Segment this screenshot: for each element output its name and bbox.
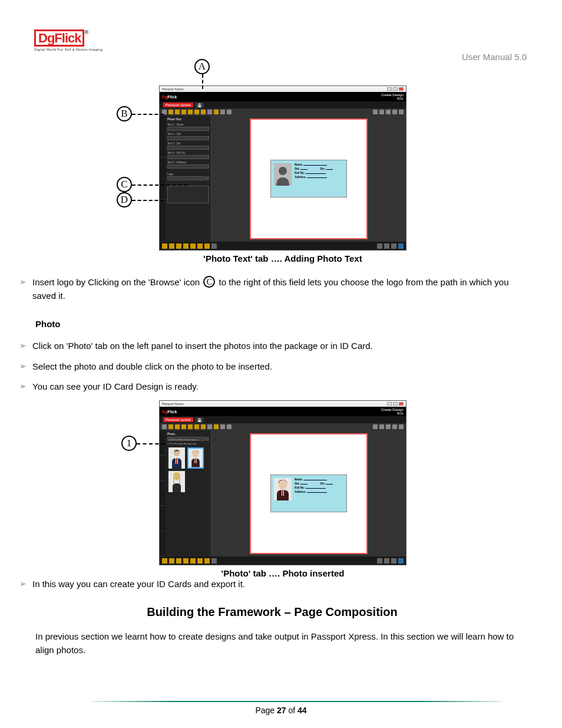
browse-icon[interactable]: [204, 176, 209, 180]
close-button[interactable]: [399, 87, 404, 91]
footer-tool-icon[interactable]: [162, 558, 167, 564]
footer-tool-icon[interactable]: [183, 243, 189, 249]
tool-icon[interactable]: [175, 424, 180, 429]
tool-icon[interactable]: [201, 110, 206, 114]
breadcrumb-item[interactable]: Passport xpress: [163, 103, 193, 107]
tool-icon[interactable]: [168, 424, 173, 429]
text-input[interactable]: [167, 127, 209, 131]
footer-icon[interactable]: [398, 558, 404, 564]
minimize-button[interactable]: [387, 87, 392, 91]
footer-icon[interactable]: [391, 558, 396, 564]
footer-tool-icon[interactable]: [176, 558, 181, 564]
side-tab[interactable]: [160, 506, 166, 531]
footer-tool-icon[interactable]: [204, 243, 210, 249]
inline-callout-c: C: [203, 276, 215, 288]
view-icon[interactable]: [386, 424, 391, 429]
tool-icon[interactable]: [181, 424, 186, 429]
save-icon[interactable]: 💾: [195, 103, 204, 108]
footer-icon[interactable]: [384, 243, 389, 249]
undo-icon[interactable]: [220, 110, 225, 114]
zoom-icon[interactable]: [379, 424, 384, 429]
zoom-icon[interactable]: [379, 110, 384, 114]
tool-icon[interactable]: [201, 424, 206, 429]
preview-box: [167, 186, 209, 203]
zoom-icon[interactable]: [373, 424, 378, 429]
footer-tool-icon[interactable]: [176, 243, 181, 249]
breadcrumb: Passport xpress 💾: [160, 416, 406, 423]
text-input[interactable]: [167, 136, 209, 140]
path-input[interactable]: D:\Demo Material\passport p: [167, 437, 204, 441]
footer-tool-icon[interactable]: [204, 558, 210, 564]
minimize-button[interactable]: [387, 402, 392, 406]
tool-icon[interactable]: [194, 424, 199, 429]
close-button[interactable]: [399, 402, 404, 406]
footer-icon[interactable]: [384, 558, 389, 564]
footer-icon[interactable]: [377, 243, 382, 249]
footer-tool-icon[interactable]: [197, 243, 203, 249]
side-tab[interactable]: [160, 481, 166, 506]
tool-icon[interactable]: [188, 110, 193, 114]
id-card[interactable]: Name: Std: Div: Roll No: Address:: [270, 160, 347, 197]
tool-icon[interactable]: [162, 424, 167, 429]
tool-icon[interactable]: [207, 424, 212, 429]
logo-path-input[interactable]: [167, 176, 204, 180]
text-input[interactable]: [167, 164, 209, 169]
browse-icon[interactable]: [204, 437, 209, 441]
footer-tool-icon[interactable]: [197, 558, 203, 564]
view-icon[interactable]: [386, 110, 391, 114]
text-input[interactable]: [167, 155, 209, 159]
text-input[interactable]: [167, 146, 209, 150]
footer-icon[interactable]: [377, 558, 382, 564]
tool-icon[interactable]: [214, 110, 219, 114]
fit-checkbox-label[interactable]: ☐ Fit Photo As Background: [167, 442, 209, 445]
footer-tool-icon[interactable]: [211, 243, 217, 249]
footer-tool-icon[interactable]: [190, 558, 196, 564]
photo-thumb[interactable]: [168, 447, 185, 469]
breadcrumb-item[interactable]: Passport xpress: [163, 417, 193, 422]
tool-icon[interactable]: [168, 110, 173, 114]
tool-icon[interactable]: [188, 424, 193, 429]
redo-icon[interactable]: [227, 424, 232, 429]
grid-icon[interactable]: [392, 110, 397, 114]
footer-tool-icon[interactable]: [162, 243, 167, 249]
side-tab[interactable]: [160, 531, 166, 556]
footer-icon[interactable]: [391, 243, 396, 249]
footer-tool-icon[interactable]: [169, 243, 174, 249]
settings-icon[interactable]: [399, 424, 404, 429]
photo-thumb-selected[interactable]: [187, 447, 204, 469]
tool-icon[interactable]: [214, 424, 219, 429]
side-tab[interactable]: [160, 456, 166, 481]
maximize-button[interactable]: [393, 87, 398, 91]
window-title: Passport Xpress: [162, 402, 184, 406]
maximize-button[interactable]: [393, 402, 398, 406]
settings-icon[interactable]: [399, 110, 404, 114]
photo-thumb[interactable]: [168, 471, 185, 492]
tool-icon[interactable]: [194, 110, 199, 114]
canvas[interactable]: Name: Std: Div: Roll No: Address:: [211, 430, 406, 556]
save-icon[interactable]: 💾: [195, 417, 204, 423]
side-tab[interactable]: [160, 116, 166, 157]
callout-b: B: [117, 106, 132, 121]
footer-tool-icon[interactable]: [190, 243, 196, 249]
footer-icon[interactable]: [398, 243, 404, 249]
side-tab[interactable]: [160, 200, 166, 242]
tool-icon[interactable]: [175, 110, 180, 114]
grid-icon[interactable]: [392, 424, 397, 429]
undo-icon[interactable]: [220, 424, 225, 429]
redo-icon[interactable]: [227, 110, 232, 114]
footer-divider: [91, 701, 503, 702]
field-label: Text 2 : Std: [167, 133, 209, 136]
tool-icon[interactable]: [181, 110, 186, 114]
zoom-icon[interactable]: [373, 110, 378, 114]
tool-icon[interactable]: [207, 110, 212, 114]
id-card[interactable]: Name: Std: Div: Roll No: Address:: [270, 475, 347, 512]
side-tabs: [160, 116, 166, 242]
canvas[interactable]: Name: Std: Div: Roll No: Address:: [211, 116, 406, 242]
id-fields: Name: Std: Div: Roll No: Address:: [295, 478, 343, 509]
side-tab[interactable]: [160, 157, 166, 199]
footer-tool-icon[interactable]: [211, 558, 217, 564]
svg-rect-9: [195, 459, 196, 463]
footer-tool-icon[interactable]: [169, 558, 174, 564]
bullet-item: Click on 'Photo' tab on the left panel t…: [18, 340, 527, 353]
footer-tool-icon[interactable]: [183, 558, 189, 564]
